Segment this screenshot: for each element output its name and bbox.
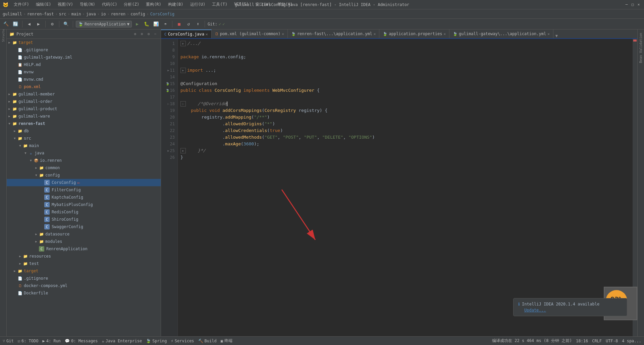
tree-item-config[interactable]: ▼ 📁 config [7,171,161,179]
git-bottom-item[interactable]: ⑂ Git [3,339,14,343]
tree-item-java[interactable]: ▼ ☕ java [7,149,161,157]
build-icon[interactable]: 🔨 [2,20,10,28]
project-settings-icon[interactable]: ⚙ [146,31,151,37]
line-col-status[interactable]: 18:16 [576,339,588,343]
locate-icon[interactable]: ⊕ [132,31,138,37]
tabs-more-button[interactable]: ▼ [553,33,560,38]
tree-item-modules[interactable]: ▶ 📁 modules [7,238,161,245]
tree-item-pom[interactable]: 🗋 pom.xml [7,83,161,90]
spring-bottom-item[interactable]: 🍃 Spring [146,339,167,343]
encoding-status[interactable]: UTF-8 [606,339,618,343]
menu-view[interactable]: 视图(V) [55,1,76,8]
breadcrumb-item-config[interactable]: config [130,12,145,16]
tree-item-target-root[interactable]: ▶ 📁 target [7,39,161,46]
menu-tools[interactable]: 工具(T) [209,1,230,8]
tab-application-properties[interactable]: 🍃 application.properties ✕ [379,29,449,38]
breadcrumb-item-renren-fast[interactable]: renren-fast [27,12,54,16]
line-sep-status[interactable]: CRLF [592,339,602,343]
menu-analyze[interactable]: 分析(Z) [121,1,142,8]
messages-bottom-item[interactable]: 💬 0: Messages [65,339,98,343]
refresh-icon[interactable]: ↺ [184,20,193,28]
run-config-dropdown[interactable]: 🍃 RenrenApplication ▼ [76,21,132,27]
right-tab-validation[interactable]: Bean Validation [638,31,643,65]
back-icon[interactable]: ◀ [25,20,33,28]
tree-item-corsconfig[interactable]: C CorsConfig ← [7,179,161,186]
update-icon[interactable]: ⬆ [194,20,202,28]
menu-refactor[interactable]: 重构(R) [143,1,164,8]
code-content[interactable]: ▶/.../ package io.renren.config; ▶import… [178,39,633,336]
tree-item-help[interactable]: 📋 HELP.md [7,61,161,68]
menu-file[interactable]: 文件(F) [11,1,32,8]
debug-icon[interactable]: 🐛 [143,20,151,28]
profile-icon[interactable]: 📊 [152,20,160,28]
tab-gateway-yml[interactable]: 🍃 gulimall-gateway\...\application.yml ✕ [449,29,553,38]
tree-item-filterconfig[interactable]: C FilterConfig [7,186,161,194]
todo-bottom-item[interactable]: ☑ 6: TODO [18,339,39,343]
structure-icon[interactable]: Structure [0,31,6,37]
tree-item-io-renren[interactable]: ▼ 📦 io.renren [7,157,161,164]
sync-icon[interactable]: 🔄 [11,20,19,28]
indent-status[interactable]: 4 spa... [622,339,641,343]
tree-item-renrenapplication[interactable]: C RenrenApplication [7,245,161,253]
tree-item-iml[interactable]: 📄 gulimall-gateway.iml [7,54,161,61]
tree-item-mybatisplusconfig[interactable]: C MybatisPlusConfig [7,201,161,208]
tab-close-pom[interactable]: ✕ [282,32,284,36]
maximize-button[interactable]: □ [630,2,635,7]
breadcrumb-item-src[interactable]: src [59,12,66,16]
tree-item-gulimall-product[interactable]: ▶ 📁 gulimall-product [7,105,161,113]
menu-navigate[interactable]: 导航(N) [77,1,98,8]
tree-item-src[interactable]: ▼ 📁 src [7,135,161,142]
tree-item-resources[interactable]: ▶ 📁 resources [7,253,161,260]
stop-icon[interactable]: ■ [175,20,183,28]
menu-edit[interactable]: 编辑(E) [33,1,54,8]
hide-panel-icon[interactable]: − [153,31,158,37]
tree-item-db[interactable]: ▶ 📁 db [7,127,161,135]
breadcrumb-item-io[interactable]: io [101,12,106,16]
tree-item-mvnw-cmd[interactable]: 📄 mvnw.cmd [7,76,161,83]
tree-item-gulimall-ware[interactable]: ▶ 📁 gulimall-ware [7,113,161,120]
tab-corsconfig[interactable]: C CorsConfig.java ✕ [161,29,212,38]
tree-item-target2[interactable]: ▶ 📁 target [7,267,161,275]
notification-link[interactable]: Update... [524,308,546,313]
run-icon[interactable]: ▶ [133,20,141,28]
search-icon[interactable]: 🔍 [62,20,70,28]
close-button[interactable]: ✕ [636,2,641,7]
tree-item-shiroconfig[interactable]: C ShiroConfig [7,216,161,223]
tree-item-main[interactable]: ▼ 📁 main [7,142,161,149]
tree-item-docker-compose[interactable]: 🗋 docker-compose.yml [7,282,161,289]
minimize-button[interactable]: ─ [624,2,629,7]
tree-item-common[interactable]: ▶ 📁 common [7,164,161,171]
run-bottom-item[interactable]: ▶ 4: Run [43,339,61,343]
breadcrumb-item-main[interactable]: main [71,12,81,16]
tree-item-test[interactable]: ▶ 📁 test [7,260,161,267]
editor[interactable]: 1 8 9 10 ▶ 11 14 🍃 15 🍃 16 17 [161,39,637,336]
coverage-icon[interactable]: ☂ [161,20,169,28]
tree-item-gitignore2[interactable]: 📄 .gitignore [7,275,161,282]
breadcrumb-item-java[interactable]: java [86,12,96,16]
tab-close-renren-yml[interactable]: ✕ [374,32,376,36]
breadcrumb-item-corsconfig[interactable]: CorsConfig [150,12,174,16]
tab-close-gateway-yml[interactable]: ✕ [547,32,550,36]
tree-item-redisconfig[interactable]: C RedisConfig [7,208,161,216]
terminal-bottom-item[interactable]: ▣ 终端 [221,338,232,344]
services-bottom-item[interactable]: ⚡ Services [171,339,194,343]
tree-item-dockerfile[interactable]: 📄 Dockerfile [7,289,161,297]
menu-build[interactable]: 构建(B) [165,1,186,8]
tree-item-gulimall-member[interactable]: ▶ 📁 gulimall-member [7,90,161,98]
breadcrumb-item-renren[interactable]: renren [111,12,125,16]
menu-run[interactable]: 运行(U) [187,1,208,8]
tab-renren-app-yml[interactable]: 🍃 renren-fast\...\application.yml ✕ [288,29,380,38]
tree-item-datasource[interactable]: ▶ 📁 datasource [7,230,161,238]
tree-item-renren-fast[interactable]: ▼ 📁 renren-fast [7,120,161,127]
tab-close-corsconfig[interactable]: ✕ [206,32,208,37]
menu-code[interactable]: 代码(C) [99,1,120,8]
collapse-all-icon[interactable]: ≡ [139,31,145,37]
tab-close-properties[interactable]: ✕ [443,32,446,36]
tree-item-gulimall-order[interactable]: ▶ 📁 gulimall-order [7,98,161,105]
enterprise-bottom-item[interactable]: ☕ Java Enterprise [102,339,142,343]
build-bottom-item[interactable]: 🔨 Build [198,339,217,343]
tree-item-swaggerconfig[interactable]: C SwaggerConfig [7,223,161,230]
settings-icon[interactable]: ⚙ [48,20,56,28]
breadcrumb-item-gulimall[interactable]: gulimall [3,12,22,16]
tree-item-mvnw[interactable]: 📄 mvnw [7,68,161,76]
